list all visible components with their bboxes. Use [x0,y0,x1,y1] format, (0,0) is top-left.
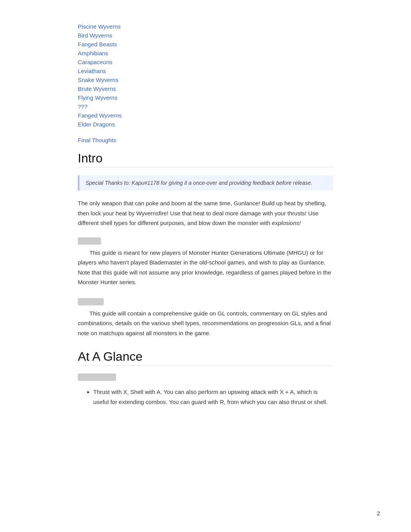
toc-link-amphibians[interactable]: Amphibians [78,50,108,56]
purpose-label-redacted [78,237,101,245]
how-to-play-label-redacted [78,373,116,381]
guide-content-section: This guide will contain a comprehensive … [78,298,333,338]
guide-content-text: This guide will contain a comprehensive … [78,309,333,338]
at-a-glance-section: At A Glance Thrust with X, Shell with A.… [78,350,333,407]
callout-box: Special Thanks to: Kapu#1178 for giving … [78,175,333,191]
toc-link-fanged-wyverns[interactable]: Fanged Wyverns [78,112,122,119]
toc-list: Piscine WyvernsBird WyvernsFanged Beasts… [78,23,333,128]
purpose-section: This guide is meant for new players of M… [78,237,333,287]
toc-item: Amphibians [78,50,333,56]
toc-item: Carapaceons [78,59,333,65]
toc-link-fanged-beasts[interactable]: Fanged Beasts [78,41,117,48]
toc-link-bird-wyverns[interactable]: Bird Wyverns [78,32,112,39]
how-to-play-list: Thrust with X, Shell with A. You can als… [78,387,333,407]
guide-content-label-redacted [78,298,104,305]
intro-body-text: The only weapon that can poke and boom a… [78,198,333,228]
toc-item: Bird Wyverns [78,32,333,39]
toc-item: Brute Wyverns [78,85,333,92]
toc-item: Elder Dragons [78,121,333,128]
toc-item: Flying Wyverns [78,94,333,101]
toc-item: Leviathans [78,68,333,74]
intro-section-title: Intro [78,151,333,167]
toc-link-elder-dragons[interactable]: Elder Dragons [78,121,115,128]
toc-item: Snake Wyverns [78,77,333,83]
final-thoughts-link[interactable]: Final Thoughts [78,137,333,143]
page-number: 2 [377,510,380,517]
toc-link-flying-wyverns[interactable]: Flying Wyverns [78,94,117,101]
toc-link-leviathans[interactable]: Leviathans [78,68,106,74]
toc-item: Fanged Wyverns [78,112,333,119]
toc-link-piscine-wyverns[interactable]: Piscine Wyverns [78,23,121,30]
at-a-glance-title: At A Glance [78,350,333,366]
toc-item: Piscine Wyverns [78,23,333,30]
how-to-play-subsection: Thrust with X, Shell with A. You can als… [78,373,333,407]
callout-text: Special Thanks to: Kapu#1178 for giving … [86,180,312,186]
toc-link-carapaceons[interactable]: Carapaceons [78,59,112,65]
toc-link-unknown[interactable]: ??? [78,103,87,110]
toc-item: Fanged Beasts [78,41,333,48]
toc-link-brute-wyverns[interactable]: Brute Wyverns [78,85,116,92]
toc-item: ??? [78,103,333,110]
purpose-text: This guide is meant for new players of M… [78,248,333,287]
bullet-item: Thrust with X, Shell with A. You can als… [93,387,333,407]
toc-link-snake-wyverns[interactable]: Snake Wyverns [78,77,118,83]
